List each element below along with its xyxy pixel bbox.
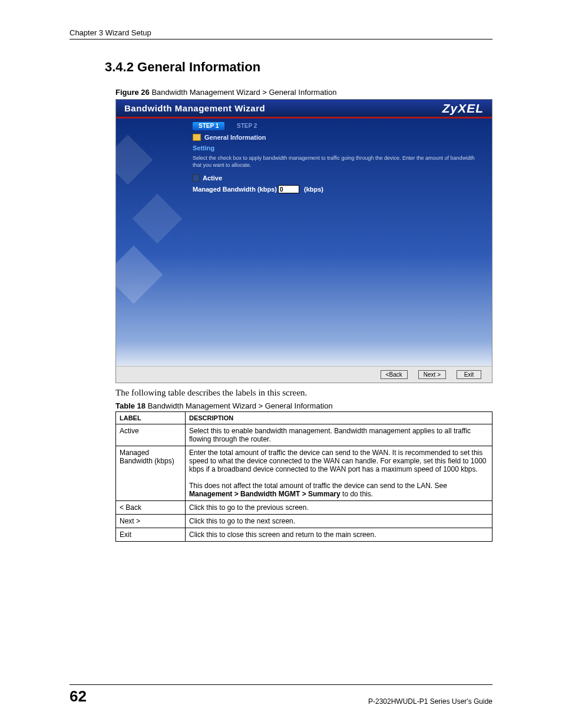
table-head-desc: DESCRIPTION (186, 412, 492, 424)
cell-desc: Enter the total amount of traffic the de… (186, 446, 492, 501)
cell-desc: Select this to enable bandwidth manageme… (186, 424, 492, 446)
cell-desc: Click this to close this screen and retu… (186, 528, 492, 542)
table-row: Managed Bandwidth (kbps) Enter the total… (116, 446, 492, 501)
brand-logo: ZyXEL (442, 101, 484, 116)
wizard-section-title: General Information (204, 134, 266, 141)
wizard-main: STEP 1 STEP 2 General Information Settin… (186, 118, 492, 366)
cell-desc-bold: Management > Bandwidth MGMT > Summary (189, 490, 340, 498)
wizard-titlebar: Bandwidth Management Wizard ZyXEL (116, 100, 492, 118)
bandwidth-unit: (kbps) (304, 186, 323, 193)
table-label: Table 18 (115, 401, 146, 410)
wizard-footer: <Back Next > Exit (116, 366, 492, 383)
bandwidth-field-row: Managed Bandwidth (kbps) 0 (kbps) (193, 185, 485, 193)
cell-desc-p1: Enter the total amount of traffic the de… (189, 449, 487, 473)
wizard-sidebar (116, 118, 186, 366)
cell-desc: Click this to go to the next screen. (186, 515, 492, 528)
cell-desc-p2a: This does not affect the total amount of… (189, 482, 447, 490)
table-row: Exit Click this to close this screen and… (116, 528, 492, 542)
wizard-section-row: General Information (193, 134, 485, 141)
back-button[interactable]: <Back (381, 370, 408, 379)
helper-text: Select the check box to apply bandwidth … (193, 155, 485, 169)
step-bar: STEP 1 STEP 2 (193, 122, 485, 130)
body-text: The following table describes the labels… (115, 388, 492, 398)
cell-label: < Back (116, 501, 186, 515)
cell-desc: Click this to go to the previous screen. (186, 501, 492, 515)
figure-label: Figure 26 (115, 88, 150, 97)
step-1-tab[interactable]: STEP 1 (193, 122, 224, 130)
cell-label: Active (116, 424, 186, 446)
step-2-tab[interactable]: STEP 2 (226, 122, 263, 130)
bandwidth-input[interactable]: 0 (278, 185, 299, 193)
wizard-window: Bandwidth Management Wizard ZyXEL STEP 1… (115, 99, 492, 383)
table-row: Next > Click this to go to the next scre… (116, 515, 492, 528)
bandwidth-field-label: Managed Bandwidth (kbps) (193, 186, 277, 193)
table-row: < Back Click this to go to the previous … (116, 501, 492, 515)
page-number: 62 (70, 687, 87, 706)
exit-button[interactable]: Exit (457, 370, 481, 379)
figure-caption: Figure 26 Bandwidth Management Wizard > … (115, 88, 492, 97)
next-button[interactable]: Next > (418, 370, 446, 379)
cell-desc-p2b: to do this. (340, 490, 373, 498)
table-caption: Table 18 Bandwidth Management Wizard > G… (115, 401, 492, 410)
figure-caption-text: Bandwidth Management Wizard > General In… (150, 88, 337, 97)
table-row: Active Select this to enable bandwidth m… (116, 424, 492, 446)
page-header: Chapter 3 Wizard Setup (70, 28, 492, 39)
active-checkbox[interactable] (193, 174, 200, 182)
cell-label: Exit (116, 528, 186, 542)
description-table: LABEL DESCRIPTION Active Select this to … (115, 411, 492, 542)
section-heading: 3.4.2 General Information (70, 60, 492, 75)
table-caption-text: Bandwidth Management Wizard > General In… (146, 401, 333, 410)
active-checkbox-row: Active (193, 174, 485, 182)
active-checkbox-label: Active (203, 174, 222, 182)
wizard-body: STEP 1 STEP 2 General Information Settin… (116, 118, 492, 366)
folder-icon (193, 134, 201, 141)
table-head-label: LABEL (116, 412, 186, 424)
wizard-title: Bandwidth Management Wizard (124, 103, 265, 113)
cell-label: Next > (116, 515, 186, 528)
guide-name: P-2302HWUDL-P1 Series User's Guide (368, 697, 492, 706)
page-footer: 62 P-2302HWUDL-P1 Series User's Guide (70, 684, 492, 706)
setting-label: Setting (193, 144, 485, 151)
cell-label: Managed Bandwidth (kbps) (116, 446, 186, 501)
